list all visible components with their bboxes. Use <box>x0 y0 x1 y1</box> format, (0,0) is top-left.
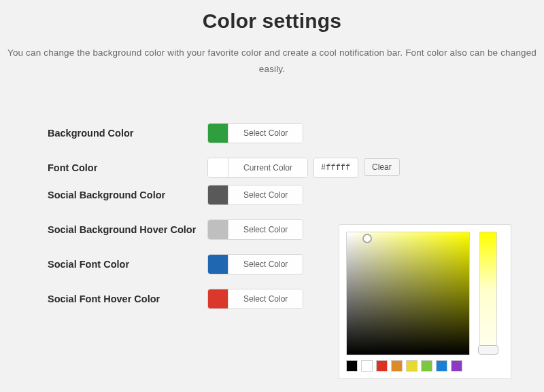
hex-input-font-color[interactable] <box>313 158 358 178</box>
hue-slider-handle[interactable] <box>478 345 498 355</box>
controls-background-color: Select Color <box>207 123 303 143</box>
color-button-group[interactable]: Select Color <box>207 219 303 240</box>
palette-swatch[interactable] <box>406 360 418 372</box>
select-color-button[interactable]: Select Color <box>228 220 303 239</box>
color-picker-panel <box>339 224 511 379</box>
label-social-font-color: Social Font Color <box>48 259 207 270</box>
label-social-bg-color: Social Background Color <box>48 190 207 200</box>
palette-swatch[interactable] <box>391 360 403 372</box>
palette-swatch[interactable] <box>436 360 447 372</box>
swatch-social-font-color[interactable] <box>208 255 228 274</box>
color-button-group[interactable]: Select Color <box>207 185 303 205</box>
swatch-social-bg-hover-color[interactable] <box>208 220 228 239</box>
hue-bar[interactable] <box>479 232 497 347</box>
label-social-font-hover-color: Social Font Hover Color <box>48 293 207 304</box>
controls-social-font-hover-color: Select Color <box>207 289 303 309</box>
select-color-button[interactable]: Select Color <box>228 255 303 274</box>
swatch-font-color[interactable] <box>208 158 228 177</box>
palette-row <box>346 360 504 372</box>
page-title: Color settings <box>0 0 544 33</box>
hue-column <box>479 232 497 355</box>
row-font-color: Font Color Current Color Clear <box>48 158 496 178</box>
label-font-color: Font Color <box>48 162 207 173</box>
saturation-value-area[interactable] <box>346 232 470 355</box>
current-color-button[interactable]: Current Color <box>228 158 307 177</box>
palette-swatch[interactable] <box>346 360 358 372</box>
palette-swatch[interactable] <box>361 360 373 372</box>
clear-button[interactable]: Clear <box>364 158 400 176</box>
swatch-social-bg-color[interactable] <box>208 185 228 204</box>
palette-swatch[interactable] <box>451 360 462 372</box>
controls-social-bg-hover-color: Select Color <box>207 219 303 240</box>
select-color-button[interactable]: Select Color <box>228 124 303 143</box>
controls-font-color: Current Color Clear <box>207 158 400 178</box>
label-background-color: Background Color <box>48 128 207 139</box>
palette-swatch[interactable] <box>421 360 432 372</box>
color-button-group[interactable]: Select Color <box>207 289 303 309</box>
palette-swatch[interactable] <box>376 360 388 372</box>
swatch-social-font-hover-color[interactable] <box>208 289 228 308</box>
picker-inner <box>346 232 504 355</box>
color-button-group[interactable]: Current Color <box>207 158 308 178</box>
sv-handle-icon[interactable] <box>362 234 372 243</box>
row-background-color: Background Color Select Color <box>48 123 496 143</box>
select-color-button[interactable]: Select Color <box>228 289 303 308</box>
row-social-bg-color: Social Background Color Select Color <box>48 185 496 205</box>
swatch-background-color[interactable] <box>208 124 228 143</box>
color-button-group[interactable]: Select Color <box>207 254 303 274</box>
label-social-bg-hover-color: Social Background Hover Color <box>48 224 207 235</box>
select-color-button[interactable]: Select Color <box>228 185 303 204</box>
controls-social-font-color: Select Color <box>207 254 303 274</box>
controls-social-bg-color: Select Color <box>207 185 303 205</box>
page-subtitle: You can change the background color with… <box>0 45 544 77</box>
color-button-group[interactable]: Select Color <box>207 123 303 143</box>
